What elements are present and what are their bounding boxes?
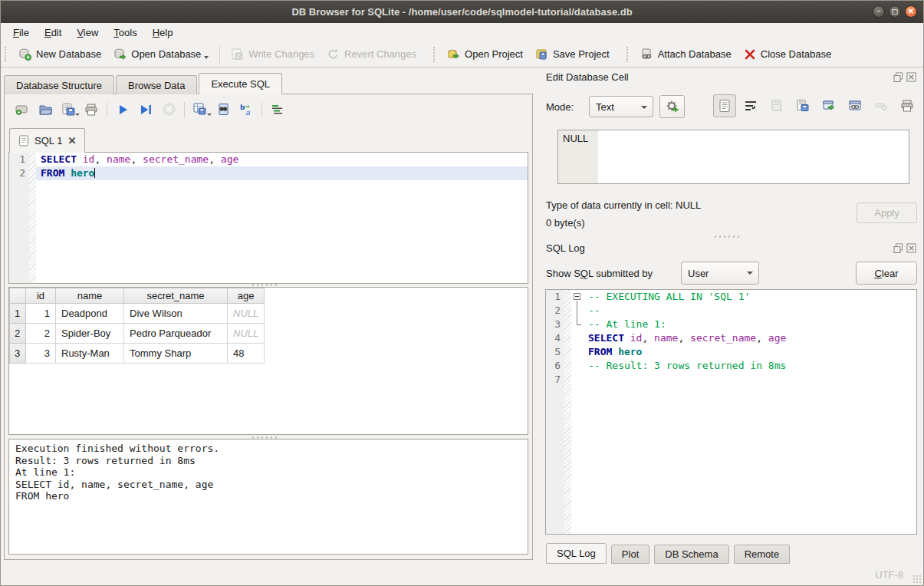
edit-cell-toolbar	[713, 94, 919, 117]
results-table[interactable]: idnamesecret_nameage 11DeadpondDive Wils…	[9, 288, 265, 364]
document-icon	[718, 99, 731, 113]
revert-changes-icon	[327, 48, 340, 61]
execute-current-line-button[interactable]	[134, 99, 157, 120]
word-wrap-button[interactable]	[739, 94, 762, 117]
format-sql-button[interactable]	[266, 99, 289, 120]
window-controls: – ◻ ✕	[873, 5, 917, 18]
toolbar-drag-handle[interactable]	[5, 47, 8, 62]
editor-code-area[interactable]: SELECT id, name, secret_name, ageFROM he…	[36, 153, 528, 283]
menu-file[interactable]: File	[5, 25, 37, 41]
results-body[interactable]: 11DeadpondDive WilsonNULL22Spider-BoyPed…	[10, 304, 265, 364]
sql-toolbar-separator	[184, 102, 185, 117]
open-in-external-button[interactable]	[817, 94, 840, 117]
copy-link-button[interactable]	[843, 94, 866, 117]
cell-value-editor[interactable]: NULL	[557, 130, 909, 184]
revert-changes-button: Revert Changes	[321, 44, 423, 64]
main-tab-bar: Database Structure Browse Data Execute S…	[4, 73, 284, 94]
find-icon	[216, 103, 231, 117]
save-as-icon	[796, 99, 811, 113]
log-fold-margin	[564, 290, 571, 534]
sql-toolbar-separator	[107, 102, 107, 117]
new-database-icon	[18, 48, 31, 61]
resize-grip[interactable]	[912, 574, 921, 583]
revert-changes-label: Revert Changes	[344, 48, 416, 60]
editor-fold-margin	[29, 153, 36, 283]
log-filter-value: User	[688, 268, 709, 279]
tab-execute-sql[interactable]: Execute SQL	[199, 73, 282, 94]
open-database-dropdown-icon[interactable]	[204, 56, 209, 59]
clear-log-button[interactable]: Clear	[856, 262, 917, 285]
open-project-button[interactable]: Open Project	[441, 44, 529, 64]
format-sql-icon	[271, 104, 284, 116]
print-sql-button[interactable]	[80, 99, 103, 120]
import-cell-data-button[interactable]	[659, 95, 685, 118]
menu-help[interactable]: Help	[145, 25, 181, 41]
attach-database-label: Attach Database	[658, 48, 732, 60]
results-header-row[interactable]: idnamesecret_nameage	[10, 288, 265, 304]
tab-sql-log[interactable]: SQL Log	[546, 543, 607, 564]
mode-select[interactable]: Text	[589, 96, 653, 117]
text-mode-toggle-button[interactable]	[713, 94, 736, 117]
sql-editor-tab[interactable]: SQL 1 ✕	[9, 128, 85, 153]
results-table-container: idnamesecret_nameage 11DeadpondDive Wils…	[8, 287, 528, 435]
sql-log-view[interactable]: 1234567 -- EXECUTING ALL IN 'SQL 1'---- …	[545, 289, 917, 535]
tab-database-structure[interactable]: Database Structure	[4, 75, 114, 94]
open-file-icon	[770, 99, 784, 113]
open-database-button[interactable]: Open Database	[107, 44, 215, 64]
splitter-handle[interactable]	[713, 235, 742, 239]
db-browser-window: { "window": { "title": "DB Browser for S…	[0, 0, 924, 586]
new-sql-tab-button[interactable]	[11, 99, 34, 120]
save-results-button[interactable]	[189, 99, 212, 120]
title-bar[interactable]: DB Browser for SQLite - /home/user/code/…	[0, 0, 924, 23]
menu-view[interactable]: View	[69, 25, 106, 41]
float-dock-icon[interactable]	[893, 72, 903, 82]
new-sql-tab-icon	[15, 103, 30, 117]
save-project-label: Save Project	[553, 48, 610, 60]
import-gear-icon	[666, 100, 679, 114]
tab-plot[interactable]: Plot	[611, 545, 649, 564]
float-dock-icon[interactable]	[893, 243, 903, 253]
find-button[interactable]	[212, 99, 235, 120]
clear-log-label: Clear	[874, 268, 898, 279]
cell-size-info: 0 byte(s)	[546, 217, 585, 229]
log-code-area: -- EXECUTING ALL IN 'SQL 1'---- At line …	[571, 290, 916, 534]
close-dock-icon[interactable]	[906, 243, 916, 253]
execution-message-area: Execution finished without errors. Resul…	[8, 439, 528, 555]
new-database-button[interactable]: New Database	[12, 44, 107, 64]
export-file-button[interactable]	[791, 94, 814, 117]
menu-bar: File Edit View Tools Help	[0, 23, 924, 41]
menu-tools[interactable]: Tools	[106, 25, 144, 41]
log-filter-select[interactable]: User	[681, 262, 759, 285]
print-cell-button[interactable]	[896, 94, 919, 117]
save-project-button[interactable]: Save Project	[529, 44, 616, 64]
set-null-icon	[874, 100, 889, 112]
sql-log-dock-title: SQL Log	[546, 242, 585, 254]
close-dock-icon[interactable]	[906, 72, 916, 82]
execute-all-button[interactable]	[111, 99, 134, 120]
close-sql-tab-icon[interactable]: ✕	[67, 135, 76, 146]
toolbar-drag-handle[interactable]	[433, 47, 437, 62]
toolbar-drag-handle[interactable]	[626, 47, 630, 62]
mode-select-value: Text	[596, 101, 614, 113]
dock-tab-bar: SQL Log Plot DB Schema Remote	[546, 543, 790, 564]
open-sql-file-button[interactable]	[34, 99, 57, 120]
attach-database-button[interactable]: Attach Database	[634, 44, 738, 64]
open-project-icon	[447, 48, 460, 61]
minimize-icon[interactable]: –	[873, 5, 885, 18]
maximize-icon[interactable]: ◻	[889, 5, 901, 18]
tab-db-schema[interactable]: DB Schema	[654, 545, 728, 564]
tab-browse-data[interactable]: Browse Data	[116, 75, 197, 94]
close-icon[interactable]: ✕	[905, 5, 917, 18]
replace-button[interactable]: ba	[235, 99, 258, 120]
sql-editor[interactable]: 12 SELECT id, name, secret_name, ageFROM…	[8, 152, 528, 284]
save-sql-file-button[interactable]	[57, 99, 80, 120]
close-database-button[interactable]: Close Database	[738, 44, 838, 64]
edit-cell-dock-title: Edit Database Cell	[546, 71, 629, 83]
sql-toolbar: ba	[11, 99, 289, 120]
cell-value-gutter: NULL	[558, 130, 598, 183]
execution-message-text: Execution finished without errors. Resul…	[15, 443, 521, 502]
import-file-button	[765, 94, 788, 117]
menu-edit[interactable]: Edit	[37, 25, 69, 41]
tab-remote[interactable]: Remote	[734, 545, 791, 564]
svg-text:b: b	[240, 104, 245, 111]
